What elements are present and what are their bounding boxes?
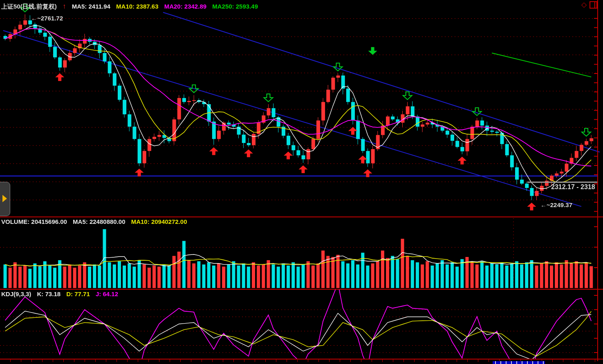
- trading-app: { "colors":{"up":"#ff3434","down":"#00e2…: [0, 0, 603, 364]
- price-range-label: 2312.17 - 2318: [551, 183, 600, 191]
- volume-panel-separator: [0, 217, 603, 217]
- kdj-canvas[interactable]: [0, 289, 603, 359]
- main-chart-canvas[interactable]: [0, 0, 603, 217]
- split-window-icon[interactable]: [590, 1, 597, 9]
- peak-annotation: ←~2761.72: [31, 15, 63, 22]
- kdj-panel-separator: [0, 289, 603, 290]
- sidebar-expand-handle[interactable]: [0, 182, 10, 216]
- trough-annotation: ←~2249.37: [540, 201, 572, 208]
- date-marker: [493, 361, 545, 364]
- volume-canvas[interactable]: [0, 217, 603, 289]
- window-controls: ◇: [581, 1, 597, 9]
- expand-arrow-icon: [2, 195, 7, 202]
- right-axis-line: [597, 0, 598, 361]
- diamond-icon[interactable]: ◇: [581, 1, 587, 9]
